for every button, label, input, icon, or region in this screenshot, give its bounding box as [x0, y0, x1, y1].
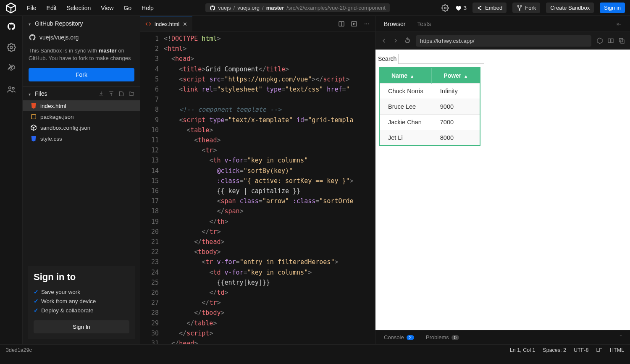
split-vertical-icon[interactable]	[338, 21, 345, 27]
indent-spaces[interactable]: Spaces: 2	[543, 347, 566, 353]
sync-message: This Sandbox is in sync with master on G…	[23, 44, 140, 68]
sandbox-icon[interactable]	[596, 37, 603, 44]
table-row: Jackie Chan7000	[379, 115, 480, 130]
fork-button-top[interactable]: Fork	[512, 3, 540, 13]
svg-point-12	[368, 24, 369, 24]
app-logo[interactable]	[5, 2, 17, 14]
svg-point-6	[12, 87, 14, 89]
breadcrumb[interactable]: vuejs / vuejs.org / master /src/v2/examp…	[154, 3, 441, 12]
file-package-json[interactable]: package.json	[23, 111, 140, 122]
sidebar-section-github[interactable]: GitHub Repository	[23, 16, 140, 31]
th-power[interactable]: Power▲	[432, 68, 480, 84]
code-editor[interactable]: 1234567891011121314151617181920212223242…	[140, 32, 375, 344]
menu-view[interactable]: View	[101, 5, 113, 11]
search-label: Search	[378, 55, 396, 62]
svg-rect-13	[608, 39, 610, 42]
repo-link[interactable]: vuejs/vuejs.org	[23, 31, 140, 44]
upload-icon[interactable]	[108, 91, 114, 97]
preview-tab-tests[interactable]: Tests	[417, 21, 431, 27]
signin-prompt: Sign in to Save your work Work from any …	[28, 266, 135, 339]
gear-nav-icon[interactable]	[7, 43, 16, 52]
console-tab[interactable]: Console2	[384, 334, 414, 340]
search-input[interactable]	[398, 54, 484, 64]
create-sandbox-button[interactable]: Create Sandbox	[546, 3, 594, 13]
preview-body: Search Name▲ Power▲ Chuck NorrisInfinity…	[375, 50, 630, 330]
reload-icon[interactable]	[404, 37, 411, 44]
editor-tabbar: index.html ✕	[140, 16, 375, 32]
menu-go[interactable]: Go	[123, 5, 131, 11]
file-sandbox-config[interactable]: sandbox.config.json	[23, 122, 140, 133]
editor-gutter: 1234567891011121314151617181920212223242…	[140, 32, 164, 344]
th-name[interactable]: Name▲	[379, 68, 432, 84]
preview-tab-browser[interactable]: Browser	[384, 21, 405, 27]
sort-asc-icon: ▲	[464, 74, 468, 79]
svg-point-2	[521, 5, 522, 6]
github-icon	[210, 5, 215, 11]
preview-toolbar	[375, 32, 630, 50]
menu-file[interactable]: File	[27, 5, 37, 11]
eol[interactable]: LF	[596, 347, 602, 353]
svg-point-1	[518, 5, 519, 6]
sidebar: GitHub Repository vuejs/vuejs.org This S…	[23, 16, 140, 344]
breadcrumb-path: /src/v2/examples/vue-20-grid-component	[286, 5, 386, 11]
cube-file-icon	[30, 124, 37, 131]
signin-title: Sign in to	[34, 272, 129, 283]
code-content: <!DOCTYPE html> <html> <head> <title>Gri…	[164, 32, 354, 344]
gear-icon[interactable]	[441, 4, 449, 12]
sidebyside-icon[interactable]	[607, 37, 614, 44]
json-file-icon	[30, 113, 37, 120]
chevron-up-icon[interactable]: ˆ	[620, 334, 622, 340]
new-folder-icon[interactable]	[129, 91, 134, 97]
app-menus: File Edit Selection View Go Help	[27, 5, 154, 11]
status-bar: 3ded1a29c Ln 1, Col 1 Spaces: 2 UTF-8 LF…	[0, 344, 630, 355]
files-section-header[interactable]: Files	[23, 86, 140, 100]
file-style-css[interactable]: style.css	[23, 133, 140, 144]
encoding[interactable]: UTF-8	[574, 347, 588, 353]
svg-point-11	[366, 24, 367, 24]
back-icon[interactable]	[381, 37, 387, 44]
chevron-down-icon	[29, 90, 32, 97]
preview-pane: Browser Tests ⇤ Search	[375, 16, 630, 344]
problems-tab[interactable]: Problems0	[426, 334, 459, 340]
svg-point-5	[8, 87, 10, 89]
menu-selection[interactable]: Selection	[67, 5, 91, 11]
github-icon	[29, 34, 36, 41]
forward-icon[interactable]	[392, 37, 399, 44]
code-icon	[145, 21, 151, 27]
fork-button-sidebar[interactable]: Fork	[29, 68, 134, 81]
popout-icon[interactable]	[618, 37, 625, 44]
menu-help[interactable]: Help	[142, 5, 154, 11]
signin-button-sidebar[interactable]: Sign In	[34, 320, 129, 333]
cursor-position[interactable]: Ln 1, Col 1	[510, 347, 535, 353]
likes-count[interactable]: 3	[455, 5, 467, 11]
file-index-html[interactable]: index.html	[23, 100, 140, 111]
preview-icon[interactable]	[351, 21, 357, 27]
language-mode[interactable]: HTML	[610, 347, 624, 353]
sort-asc-icon: ▲	[410, 74, 414, 79]
svg-point-3	[519, 9, 520, 10]
signin-button-top[interactable]: Sign in	[600, 3, 625, 13]
commit-hash[interactable]: 3ded1a29c	[6, 347, 32, 353]
svg-point-4	[10, 46, 13, 49]
rocket-nav-icon[interactable]	[7, 64, 16, 73]
share-icon	[477, 5, 483, 11]
people-nav-icon[interactable]	[7, 85, 16, 94]
editor-tab-index-html[interactable]: index.html ✕	[140, 16, 192, 31]
svg-point-10	[365, 24, 365, 24]
benefit-save: Save your work	[34, 288, 129, 295]
url-input[interactable]	[416, 35, 591, 47]
download-icon[interactable]	[98, 91, 104, 97]
benefit-deploy: Deploy & collaborate	[34, 307, 129, 314]
github-nav-icon[interactable]	[7, 22, 16, 31]
more-icon[interactable]	[363, 21, 370, 27]
menu-edit[interactable]: Edit	[47, 5, 57, 11]
grid-table: Name▲ Power▲ Chuck NorrisInfinity Bruce …	[379, 67, 480, 146]
breadcrumb-branch: master	[266, 5, 284, 11]
new-file-icon[interactable]	[118, 91, 124, 97]
svg-point-0	[444, 7, 446, 9]
embed-button[interactable]: Embed	[472, 3, 507, 13]
close-icon[interactable]: ✕	[183, 21, 187, 27]
table-row: Chuck NorrisInfinity	[379, 84, 480, 99]
collapse-icon[interactable]: ⇤	[617, 21, 622, 27]
console-badge: 2	[407, 335, 414, 340]
